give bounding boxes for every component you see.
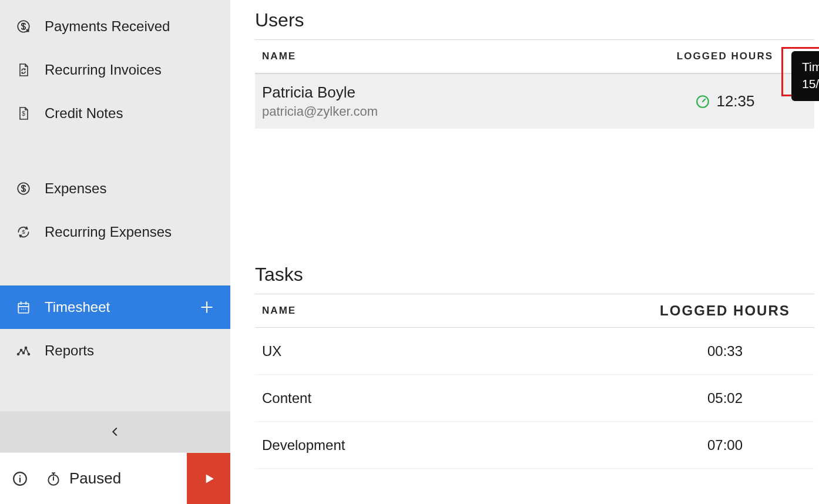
main-content: Users NAME LOGGED HOURS Patricia Boyle p… (230, 0, 819, 504)
task-logged-hours: 05:02 (643, 390, 807, 406)
info-button[interactable] (0, 453, 40, 504)
collapse-sidebar-button[interactable] (0, 411, 230, 452)
tasks-table-header: NAME LOGGED HOURS (255, 294, 814, 328)
tasks-table: NAME LOGGED HOURS UX 00:33 Content 05:02… (255, 294, 814, 469)
stopwatch-icon (46, 471, 61, 487)
dollar-circle-icon (15, 18, 32, 35)
resume-timer-button[interactable] (187, 453, 230, 504)
sidebar-item-timesheet[interactable]: Timesheet (0, 285, 230, 329)
sidebar-item-recurring-expenses[interactable]: $ Recurring Expenses (0, 210, 230, 254)
sidebar-item-reports[interactable]: Reports (0, 329, 230, 372)
sidebar-item-expenses[interactable]: Expenses (0, 167, 230, 210)
add-timesheet-button[interactable] (199, 299, 215, 315)
column-header-logged-hours: LOGGED HOURS (643, 303, 807, 319)
timer-footer: Paused (0, 452, 230, 504)
svg-rect-4 (18, 304, 28, 313)
timer-status: Paused (40, 453, 187, 504)
recurring-document-icon (15, 62, 32, 78)
sidebar: Payments Received Recurring Invoices $ C… (0, 0, 230, 504)
sidebar-item-label: Recurring Expenses (45, 224, 172, 240)
info-icon (12, 471, 28, 486)
sidebar-item-label: Timesheet (45, 299, 110, 315)
dollar-circle-icon (15, 180, 32, 197)
tasks-table-row[interactable]: UX 00:33 (255, 328, 814, 375)
credit-note-icon: $ (15, 105, 32, 122)
svg-point-6 (23, 308, 24, 310)
sidebar-item-label: Recurring Invoices (45, 62, 162, 78)
timesheet-icon (15, 299, 32, 315)
users-table: NAME LOGGED HOURS Patricia Boyle patrici… (255, 39, 814, 129)
timer-status-label: Paused (69, 469, 121, 488)
chevron-left-icon (109, 423, 122, 441)
user-name: Patricia Boyle (262, 83, 643, 102)
column-header-logged-hours: LOGGED HOURS (643, 51, 807, 62)
svg-point-5 (21, 308, 22, 310)
user-email: patricia@zylker.com (262, 104, 643, 119)
timer-running-icon (695, 94, 710, 109)
sidebar-item-label: Credit Notes (45, 105, 123, 122)
users-table-row[interactable]: Patricia Boyle patricia@zylker.com 12:35 (255, 73, 814, 129)
users-table-header: NAME LOGGED HOURS (255, 39, 814, 73)
tasks-section: Tasks NAME LOGGED HOURS UX 00:33 Content… (255, 264, 814, 469)
task-logged-hours: 07:00 (643, 437, 807, 453)
sidebar-item-payments-received[interactable]: Payments Received (0, 5, 230, 48)
task-name: UX (262, 343, 643, 359)
sidebar-item-label: Reports (45, 342, 94, 359)
users-section-title: Users (255, 9, 814, 31)
sidebar-item-credit-notes[interactable]: $ Credit Notes (0, 92, 230, 135)
column-header-name: NAME (262, 305, 643, 317)
reports-icon (15, 342, 32, 359)
svg-text:$: $ (22, 229, 25, 235)
task-name: Development (262, 437, 643, 453)
task-logged-hours: 00:33 (643, 343, 807, 359)
sidebar-item-label: Payments Received (45, 18, 170, 35)
sidebar-item-recurring-invoices[interactable]: Recurring Invoices (0, 48, 230, 92)
tasks-table-row[interactable]: Content 05:02 (255, 375, 814, 422)
sidebar-item-label: Expenses (45, 180, 106, 197)
column-header-name: NAME (262, 51, 643, 62)
user-logged-hours: 12:35 (643, 92, 807, 110)
tasks-section-title: Tasks (255, 264, 814, 285)
tasks-table-row[interactable]: Development 07:00 (255, 422, 814, 469)
task-name: Content (262, 390, 643, 406)
play-icon (201, 471, 216, 486)
nav: Payments Received Recurring Invoices $ C… (0, 0, 230, 411)
recurring-dollar-icon: $ (15, 224, 32, 240)
svg-point-7 (25, 308, 26, 310)
svg-text:$: $ (22, 110, 25, 117)
svg-point-14 (19, 475, 21, 476)
